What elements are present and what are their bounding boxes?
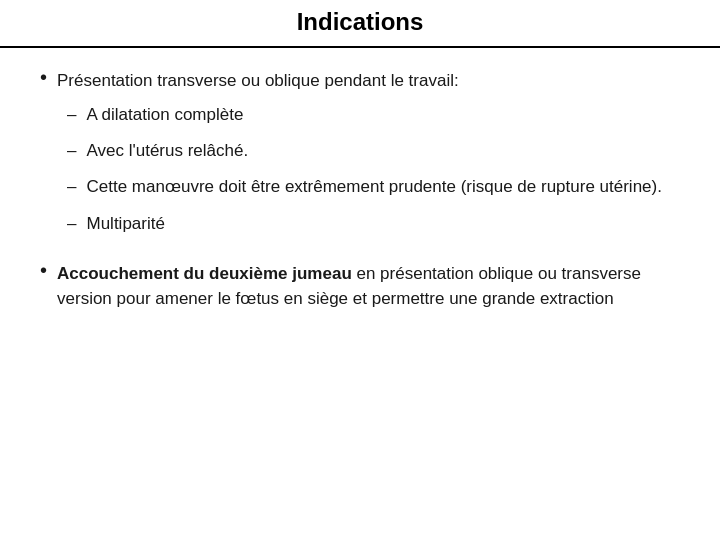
list-item: • Accouchement du deuxième jumeau en pré…	[40, 261, 690, 312]
sub-item-text: Multiparité	[86, 211, 690, 237]
list-item: • Présentation transverse ou oblique pen…	[40, 68, 690, 247]
sub-dash: –	[67, 211, 76, 237]
sub-list-item: – Avec l'utérus relâché.	[67, 138, 690, 164]
item2-bold-text: Accouchement du deuxième jumeau	[57, 264, 352, 283]
bullet-text: Présentation transverse ou oblique penda…	[57, 68, 690, 247]
bullet-text: Accouchement du deuxième jumeau en prése…	[57, 261, 690, 312]
sub-list-item: – Cette manœuvre doit être extrêmement p…	[67, 174, 690, 200]
sub-item-text: Avec l'utérus relâché.	[86, 138, 690, 164]
sub-list: – A dilatation complète – Avec l'utérus …	[67, 102, 690, 237]
page-header: Indications	[0, 0, 720, 48]
page-title: Indications	[20, 8, 700, 36]
sub-item-text: A dilatation complète	[86, 102, 690, 128]
bullet-dot: •	[40, 259, 47, 282]
sub-dash: –	[67, 102, 76, 128]
sub-list-item: – A dilatation complète	[67, 102, 690, 128]
sub-item-text: Cette manœuvre doit être extrêmement pru…	[86, 174, 690, 200]
page-container: Indications • Présentation transverse ou…	[0, 0, 720, 540]
sub-list-item: – Multiparité	[67, 211, 690, 237]
item1-text: Présentation transverse ou oblique penda…	[57, 71, 459, 90]
main-content: • Présentation transverse ou oblique pen…	[0, 48, 720, 540]
sub-dash: –	[67, 174, 76, 200]
bullet-dot: •	[40, 66, 47, 89]
bullet-list: • Présentation transverse ou oblique pen…	[40, 68, 690, 312]
sub-dash: –	[67, 138, 76, 164]
item2-text: Accouchement du deuxième jumeau en prése…	[57, 264, 641, 309]
